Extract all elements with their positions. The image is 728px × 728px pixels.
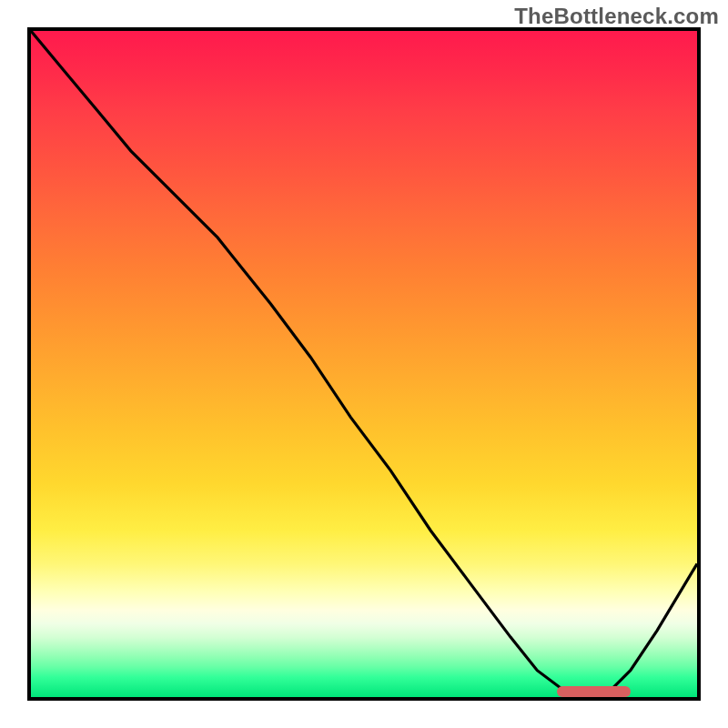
chart-frame xyxy=(27,27,701,701)
curve-svg xyxy=(31,31,697,697)
optimal-marker xyxy=(557,686,631,697)
chart-container: TheBottleneck.com xyxy=(0,0,728,728)
bottleneck-curve-path xyxy=(31,31,697,697)
watermark-label: TheBottleneck.com xyxy=(514,4,719,29)
